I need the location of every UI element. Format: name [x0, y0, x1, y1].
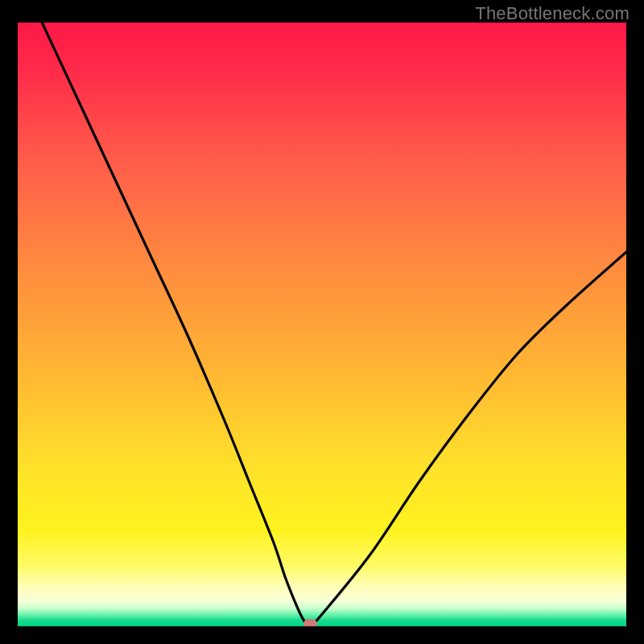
bottleneck-curve: [18, 23, 626, 626]
plot-area: [18, 23, 626, 626]
chart-frame: TheBottleneck.com: [0, 0, 644, 644]
watermark-text: TheBottleneck.com: [475, 3, 630, 24]
minimum-marker-icon: [303, 619, 317, 626]
